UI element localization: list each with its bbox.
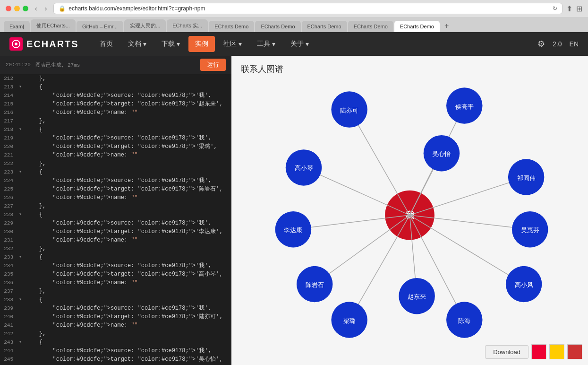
graph-container[interactable]: 我 陆亦可 侯亮平 吴心怡 祁同伟 <box>231 56 588 365</box>
code-line: 239 "color:#9cdcfe;">source: "color:#ce9… <box>0 304 231 313</box>
line-code: "color:#9cdcfe;">name: "" <box>26 151 231 159</box>
maximize-button[interactable] <box>23 6 28 11</box>
line-code: }, <box>26 117 231 125</box>
line-number: 233 <box>0 253 19 261</box>
code-line: 240 "color:#9cdcfe;">target: "color:#ce9… <box>0 313 231 321</box>
fold-arrow <box>19 134 26 142</box>
reload-icon[interactable]: ↻ <box>553 5 557 12</box>
tab-0[interactable]: Exam| <box>4 21 30 32</box>
tab-9[interactable]: ECharts Demo <box>394 21 440 32</box>
fold-arrow[interactable]: ▾ <box>19 125 26 134</box>
fold-arrow <box>19 185 26 193</box>
line-code: "color:#9cdcfe;">target: "color:#ce9178;… <box>26 100 231 108</box>
code-line: 234 "color:#9cdcfe;">source: "color:#ce9… <box>0 261 231 270</box>
line-number: 234 <box>0 261 19 270</box>
code-line: 228▾ { <box>0 210 231 219</box>
code-line: 236 "color:#9cdcfe;">name: "" <box>0 278 231 287</box>
nav-home[interactable]: 首页 <box>93 36 119 52</box>
line-number: 237 <box>0 287 19 295</box>
line-number: 214 <box>0 91 19 100</box>
new-tab-button[interactable]: ⊞ <box>576 4 582 13</box>
close-button[interactable] <box>6 6 11 11</box>
code-line: 231 "color:#9cdcfe;">name: "" <box>0 236 231 244</box>
code-line: 245 "color:#9cdcfe;">target: "color:#ce9… <box>0 355 231 364</box>
color-swatch-dark[interactable] <box>567 344 582 359</box>
download-button[interactable]: Download <box>485 345 528 359</box>
line-code: "color:#9cdcfe;">target: "color:#ce9178;… <box>26 227 231 236</box>
nav-community[interactable]: 社区 ▾ <box>217 36 248 52</box>
line-code: "color:#9cdcfe;">source: "color:#ce9178;… <box>26 219 231 227</box>
fold-arrow[interactable]: ▾ <box>19 338 26 347</box>
line-number: 224 <box>0 176 19 185</box>
tab-3[interactable]: 实现人民的... <box>124 19 166 32</box>
back-button[interactable]: ‹ <box>32 4 40 13</box>
nav-about[interactable]: 关于 ▾ <box>284 36 315 52</box>
nav-buttons: ‹ › <box>32 4 50 13</box>
code-line: 212 }, <box>0 74 231 83</box>
download-bar: Download <box>485 344 582 359</box>
status-time: 20:41:20 <box>6 62 31 68</box>
tab-2[interactable]: GitHub – Emr... <box>77 21 123 32</box>
tab-5[interactable]: ECharts Demo <box>209 21 254 32</box>
color-swatch-yellow[interactable] <box>549 344 564 359</box>
edge-lianglu <box>349 215 410 320</box>
fold-arrow[interactable]: ▾ <box>19 295 26 304</box>
fold-arrow <box>19 219 26 227</box>
fold-arrow <box>19 321 26 330</box>
tab-8[interactable]: ECharts Demo <box>348 21 393 32</box>
fold-arrow[interactable]: ▾ <box>19 253 26 261</box>
tab-7[interactable]: ECharts Demo <box>302 21 347 32</box>
address-bar[interactable]: 🔒 echarts.baidu.com/examples/editor.html… <box>53 3 562 14</box>
fold-arrow[interactable]: ▾ <box>19 83 26 91</box>
echarts-logo: ECHARTS <box>9 37 79 51</box>
fold-arrow <box>19 108 26 117</box>
tab-4[interactable]: ECharts 实... <box>167 19 208 32</box>
new-tab-add-button[interactable]: + <box>441 20 452 32</box>
line-code: "color:#9cdcfe;">name: "" <box>26 108 231 117</box>
fold-arrow[interactable]: ▾ <box>19 210 26 219</box>
label-chenhai: 陈海 <box>458 317 470 324</box>
nav-right: ⚙ 2.0 EN <box>537 39 579 49</box>
line-number: 229 <box>0 219 19 227</box>
fold-arrow[interactable]: ▾ <box>19 168 26 176</box>
line-code: { <box>26 338 231 347</box>
line-code: "color:#9cdcfe;">target: "color:#ce9178;… <box>26 313 231 321</box>
code-line: 229 "color:#9cdcfe;">source: "color:#ce9… <box>0 219 231 227</box>
nav-download[interactable]: 下载 ▾ <box>155 36 187 52</box>
code-line: 237 }, <box>0 287 231 295</box>
github-icon[interactable]: ⚙ <box>537 39 545 49</box>
nav-docs[interactable]: 文档 ▾ <box>121 36 153 52</box>
nav-examples[interactable]: 实例 <box>188 36 215 52</box>
forward-button[interactable]: › <box>42 4 50 13</box>
line-number: 227 <box>0 202 19 210</box>
code-line: 233▾ { <box>0 253 231 261</box>
code-line: 213▾ { <box>0 83 231 91</box>
run-button[interactable]: 运行 <box>200 59 226 71</box>
fold-arrow <box>19 287 26 295</box>
line-number: 221 <box>0 151 19 159</box>
line-number: 223 <box>0 168 19 176</box>
code-panel: 20:41:20 图表已生成, 27ms 运行 212 },213▾ {214 … <box>0 56 231 365</box>
logo-icon <box>9 37 23 51</box>
fold-arrow <box>19 100 26 108</box>
label-chenyanshi: 陈岩石 <box>306 281 324 288</box>
line-code: "color:#9cdcfe;">name: "" <box>26 321 231 330</box>
fold-arrow <box>19 227 26 236</box>
color-swatch-red[interactable] <box>531 344 546 359</box>
fold-arrow <box>19 313 26 321</box>
label-qitongwei: 祁同伟 <box>517 174 536 182</box>
edge-gaoxiaofeng <box>410 215 524 284</box>
fold-arrow <box>19 261 26 270</box>
tab-6[interactable]: ECharts Demo <box>255 21 300 32</box>
fold-arrow <box>19 330 26 338</box>
minimize-button[interactable] <box>14 6 20 11</box>
fold-arrow <box>19 236 26 244</box>
code-line: 215 "color:#9cdcfe;">target: "color:#ce9… <box>0 100 231 108</box>
share-button[interactable]: ⬆ <box>566 4 572 13</box>
line-code: "color:#9cdcfe;">name: "" <box>26 193 231 202</box>
tab-1[interactable]: 使用ECharts... <box>31 19 76 32</box>
lang-label[interactable]: EN <box>570 40 579 48</box>
code-line: 223▾ { <box>0 168 231 176</box>
nav-tools[interactable]: 工具 ▾ <box>250 36 282 52</box>
code-line: 221 "color:#9cdcfe;">name: "" <box>0 151 231 159</box>
